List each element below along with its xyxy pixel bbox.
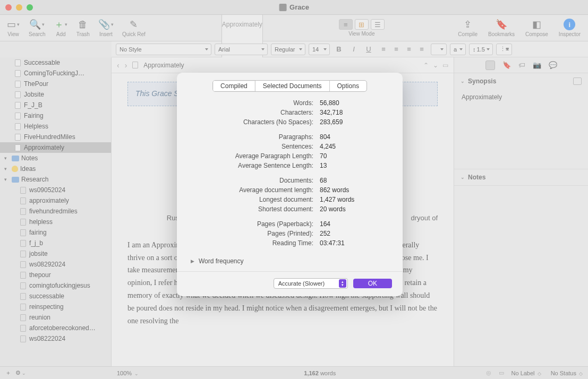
stat-row: Documents:68: [191, 176, 389, 185]
chevron-right-icon: ▶: [191, 259, 194, 264]
stat-row: Pages (Paperback):164: [191, 219, 389, 229]
stat-row: Paragraphs:804: [191, 132, 389, 142]
word-frequency-toggle[interactable]: ▶ Word frequency: [177, 253, 403, 265]
stat-row: Characters:342,718: [191, 108, 389, 117]
stat-row: Average document length:862 words: [191, 185, 389, 195]
accuracy-select[interactable]: Accurate (Slower) ▲▼: [274, 278, 348, 289]
tab-options[interactable]: Options: [330, 81, 367, 91]
stat-row: Reading Time:03:47:31: [191, 238, 389, 248]
stat-row: Average Paragraph Length:70: [191, 151, 389, 161]
stat-row: Shortest document:20 words: [191, 204, 389, 214]
stepper-icon: ▲▼: [339, 279, 346, 288]
dialog-tabs: Compiled Selected Documents Options: [212, 80, 367, 92]
stat-row: Sentences:4,245: [191, 142, 389, 151]
statistics-dialog: Compiled Selected Documents Options Word…: [177, 73, 403, 296]
tab-compiled[interactable]: Compiled: [213, 81, 255, 91]
ok-button[interactable]: OK: [353, 279, 392, 288]
stat-row: Average Sentence Length:13: [191, 161, 389, 170]
tab-selected[interactable]: Selected Documents: [255, 81, 330, 91]
stat-row: Longest document:1,427 words: [191, 195, 389, 204]
stat-row: Pages (Printed):252: [191, 229, 389, 238]
stat-row: Characters (No Spaces):283,659: [191, 117, 389, 127]
stat-row: Words:56,880: [191, 98, 389, 108]
